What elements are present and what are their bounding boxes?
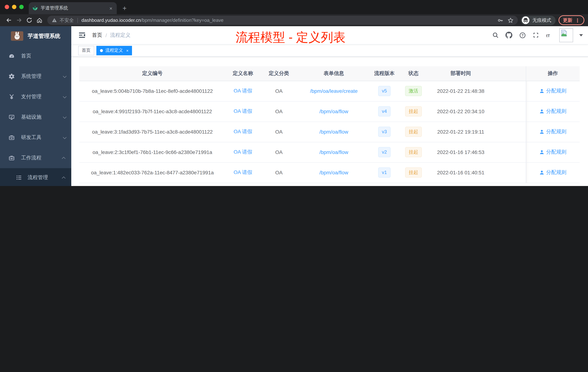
tag-process-definition[interactable]: 流程定义 × — [96, 46, 132, 55]
app-title: 芋道管理系统 — [28, 33, 60, 40]
browser-update-button[interactable]: 更新 ⋮ — [558, 15, 584, 25]
form-link[interactable]: /bpm/oa/flow — [319, 170, 348, 175]
assign-rule-button[interactable]: 分配规则 — [539, 149, 567, 155]
form-link[interactable]: /bpm/oa/flow — [319, 109, 348, 114]
table-row: oa_leave:5:004b710b-7b8a-11ec-8ef0-acde4… — [79, 81, 580, 101]
broken-image-icon — [560, 29, 568, 37]
definition-name-link[interactable]: OA 请假 — [234, 169, 252, 175]
browser-tab[interactable]: 芋道管理系统 × — [29, 2, 117, 14]
avatar-caret-icon[interactable] — [579, 34, 583, 36]
sidebar-item-devtools[interactable]: 研发工具 — [0, 127, 71, 148]
toolbox-icon — [9, 135, 15, 141]
cell-category: OA — [260, 81, 297, 101]
sidebar-item-label: 研发工具 — [21, 134, 63, 141]
version-badge: v1 — [378, 167, 390, 178]
monitor-icon — [9, 114, 15, 120]
tag-home[interactable]: 首页 — [78, 46, 94, 55]
assign-rule-button[interactable]: 分配规则 — [539, 108, 567, 114]
col-header-name: 定义名称 — [225, 66, 260, 81]
update-label: 更新 — [563, 17, 572, 23]
status-badge: 激活 — [405, 86, 422, 96]
tab-close-icon[interactable]: × — [109, 5, 113, 11]
version-badge: v3 — [378, 127, 390, 137]
list-icon — [16, 175, 22, 181]
definition-name-link[interactable]: OA 请假 — [234, 108, 252, 114]
home-button[interactable] — [34, 15, 44, 25]
user-icon — [539, 109, 544, 114]
sidebar-item-process-mgmt[interactable]: 流程管理 — [0, 168, 71, 186]
col-header-form: 表单信息 — [297, 66, 370, 81]
toolbox-icon — [9, 155, 15, 161]
browser-menu-icon[interactable]: ⋮ — [575, 17, 580, 23]
not-secure-warning-icon — [52, 17, 57, 23]
window-zoom-button[interactable] — [19, 5, 24, 9]
yuan-icon — [9, 94, 15, 100]
assign-rule-button[interactable]: 分配规则 — [539, 88, 567, 94]
table-row: oa_leave:3:1fad3d93-7b75-11ec-a3c8-acde4… — [79, 121, 580, 142]
sidebar-item-label: 流程管理 — [28, 174, 63, 181]
sidebar-item-pay[interactable]: 支付管理 — [0, 87, 71, 107]
breadcrumb-home[interactable]: 首页 — [92, 32, 102, 38]
breadcrumb-current: 流程定义 — [110, 32, 131, 38]
version-badge: v2 — [378, 147, 390, 157]
app-logo[interactable]: 芋道管理系统 — [0, 26, 71, 46]
bookmark-star-icon[interactable] — [508, 17, 514, 23]
back-button[interactable] — [4, 15, 14, 25]
table-row: oa_leave:2:3c1f0ef1-76b1-11ec-9c66-a2380… — [79, 142, 580, 162]
browser-tab-strip: 芋道管理系统 × + — [0, 0, 588, 14]
url-path: /bpm/manager/definition?key=oa_leave — [141, 17, 224, 23]
definition-name-link[interactable]: OA 请假 — [234, 149, 252, 155]
sidebar-item-label: 工作流程 — [21, 155, 63, 161]
sidebar-collapse-icon[interactable] — [78, 31, 86, 39]
definition-name-link[interactable]: OA 请假 — [234, 88, 252, 94]
fullscreen-icon[interactable] — [532, 31, 540, 39]
new-tab-button[interactable]: + — [120, 4, 129, 12]
browser-toolbar: 不安全 dashboard.yudao.iocoder.cn/bpm/manag… — [0, 14, 588, 26]
search-icon[interactable] — [492, 31, 499, 39]
cell-deploy-time: 2022-01-16 01:40:51 — [428, 162, 493, 183]
version-badge: v5 — [378, 86, 390, 96]
cell-definition-id: oa_leave:3:1fad3d93-7b75-11ec-a3c8-acde4… — [79, 121, 225, 142]
col-header-status: 状态 — [399, 66, 428, 81]
sidebar-item-label: 支付管理 — [21, 94, 63, 100]
tag-close-icon[interactable]: × — [126, 48, 128, 53]
help-icon[interactable]: ? — [519, 31, 526, 39]
incognito-icon — [522, 16, 529, 24]
sidebar-item-infra[interactable]: 基础设施 — [0, 107, 71, 127]
window-close-button[interactable] — [5, 5, 9, 9]
dashboard-icon — [9, 53, 15, 59]
sidebar-item-system[interactable]: 系统管理 — [0, 66, 71, 87]
cell-category: OA — [260, 121, 297, 142]
version-badge: v4 — [378, 106, 390, 117]
cell-deploy-time: 2022-01-22 19:19:11 — [428, 121, 493, 142]
chevron-down-icon — [63, 135, 67, 139]
address-bar[interactable]: 不安全 dashboard.yudao.iocoder.cn/bpm/manag… — [47, 16, 518, 25]
reload-button[interactable] — [24, 15, 34, 25]
cell-deploy-time: 2022-01-22 21:48:38 — [428, 81, 493, 101]
forward-button[interactable] — [14, 15, 24, 25]
table-row: oa_leave:4:991f2193-7b7f-11ec-a3c8-acde4… — [79, 101, 580, 121]
cell-definition-id: oa_leave:4:991f2193-7b7f-11ec-a3c8-acde4… — [79, 101, 225, 121]
definition-name-link[interactable]: OA 请假 — [234, 129, 252, 134]
security-label[interactable]: 不安全 — [60, 17, 74, 23]
form-link[interactable]: /bpm/oa/leave/create — [310, 88, 358, 94]
cell-definition-id: oa_leave:1:482ec033-762a-11ec-8477-a2380… — [79, 162, 225, 183]
status-badge: 挂起 — [405, 127, 422, 137]
font-size-icon[interactable]: tT — [545, 32, 554, 39]
window-minimize-button[interactable] — [12, 5, 16, 9]
github-icon[interactable] — [505, 31, 513, 39]
avatar[interactable] — [559, 28, 573, 42]
cell-deploy-time: 2022-01-16 17:46:53 — [428, 142, 493, 162]
form-link[interactable]: /bpm/oa/flow — [319, 129, 348, 135]
password-key-icon[interactable] — [497, 17, 503, 23]
sidebar-item-home[interactable]: 首页 — [0, 46, 71, 66]
status-badge: 挂起 — [405, 106, 422, 117]
assign-rule-button[interactable]: 分配规则 — [539, 128, 567, 135]
form-link[interactable]: /bpm/oa/flow — [319, 149, 348, 155]
breadcrumb: 首页 / 流程定义 — [92, 32, 131, 38]
sidebar-item-label: 首页 — [21, 53, 65, 59]
incognito-badge: 无痕模式 — [521, 15, 556, 25]
assign-rule-button[interactable]: 分配规则 — [539, 169, 567, 176]
sidebar-item-workflow[interactable]: 工作流程 — [0, 148, 71, 168]
incognito-label: 无痕模式 — [532, 17, 551, 23]
